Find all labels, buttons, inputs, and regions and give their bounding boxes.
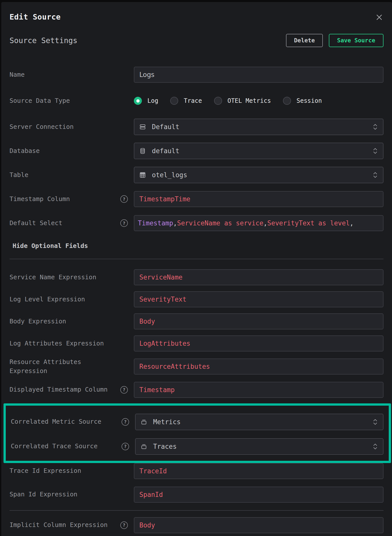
log-attributes-expression-input[interactable] xyxy=(134,335,383,351)
source-box-icon xyxy=(141,419,147,425)
radio-session-circle xyxy=(283,97,291,105)
service-name-expression-label: Service Name Expression xyxy=(10,273,96,282)
name-input[interactable] xyxy=(134,67,383,83)
radio-log-circle xyxy=(134,97,142,105)
section-divider xyxy=(10,259,383,259)
name-row: Name xyxy=(10,67,383,83)
span-id-expression-label: Span Id Expression xyxy=(10,490,77,499)
server-connection-select[interactable]: Default xyxy=(134,119,383,135)
modal-header: Edit Source xyxy=(10,13,383,22)
hide-optional-fields-toggle[interactable]: Hide Optional Fields xyxy=(13,242,383,249)
log-attributes-expression-row: Log Attributes Expression xyxy=(10,335,383,351)
save-source-button[interactable]: Save Source xyxy=(329,34,383,47)
database-label: Database xyxy=(10,146,40,155)
radio-otel-metrics-circle xyxy=(214,97,222,105)
table-select[interactable]: otel_logs xyxy=(134,167,383,183)
log-level-expression-label: Log Level Expression xyxy=(10,295,85,304)
log-level-expression-input[interactable] xyxy=(134,291,383,307)
correlated-metric-source-label: Correlated Metric Source xyxy=(11,417,101,426)
server-icon xyxy=(139,124,146,130)
trace-id-expression-input[interactable] xyxy=(134,463,383,479)
body-expression-input[interactable] xyxy=(134,313,383,329)
sql-token: Timestamp xyxy=(138,219,173,227)
table-value: otel_logs xyxy=(152,171,187,179)
edit-source-modal: Edit Source Source Settings Delete Save … xyxy=(1,2,392,536)
correlated-metric-source-row: Correlated Metric Source ? Metrics xyxy=(11,414,383,430)
name-label: Name xyxy=(10,70,25,79)
correlated-trace-source-label: Correlated Trace Source xyxy=(11,442,97,451)
radio-otel-metrics-label: OTEL Metrics xyxy=(228,97,271,104)
chevron-updown-icon xyxy=(372,418,378,426)
resource-attributes-expression-row: Resource Attributes Expression xyxy=(10,358,383,376)
correlated-metric-source-select[interactable]: Metrics xyxy=(135,414,383,430)
chevron-updown-icon xyxy=(372,123,378,131)
source-data-type-row: Source Data Type Log Trace OTEL Metrics … xyxy=(10,96,383,106)
table-label: Table xyxy=(10,170,28,180)
sql-token: , xyxy=(173,219,177,227)
trace-id-expression-row: Trace Id Expression xyxy=(10,463,383,479)
body-expression-row: Body Expression xyxy=(10,313,383,329)
help-icon[interactable]: ? xyxy=(120,521,128,529)
span-id-expression-row: Span Id Expression xyxy=(10,487,383,503)
settings-heading: Source Settings xyxy=(10,36,77,45)
timestamp-column-label: Timestamp Column xyxy=(10,195,70,204)
correlated-trace-source-row: Correlated Trace Source ? Traces xyxy=(11,438,383,455)
delete-button[interactable]: Delete xyxy=(286,34,323,47)
database-value: default xyxy=(152,147,179,155)
sql-token: , xyxy=(350,219,354,227)
log-level-expression-row: Log Level Expression xyxy=(10,291,383,307)
source-data-type-label: Source Data Type xyxy=(10,96,70,105)
server-connection-row: Server Connection Default xyxy=(10,119,383,135)
close-icon xyxy=(375,14,383,21)
close-button[interactable] xyxy=(375,13,383,22)
database-icon xyxy=(139,148,146,154)
section-divider xyxy=(10,510,383,511)
modal-title: Edit Source xyxy=(10,13,61,21)
correlated-sources-highlight: Correlated Metric Source ? Metrics xyxy=(4,403,391,463)
radio-log[interactable]: Log xyxy=(134,97,158,105)
default-select-input[interactable]: Timestamp, ServiceName as service, Sever… xyxy=(134,215,383,231)
table-grid-icon xyxy=(139,172,146,178)
implicit-column-expression-row: Implicit Column Expression ? xyxy=(10,517,383,533)
radio-otel-metrics[interactable]: OTEL Metrics xyxy=(214,97,271,105)
help-icon[interactable]: ? xyxy=(120,195,128,203)
chevron-updown-icon xyxy=(372,171,378,179)
trace-id-expression-label: Trace Id Expression xyxy=(10,466,81,475)
displayed-timestamp-column-input[interactable] xyxy=(134,382,383,398)
service-name-expression-row: Service Name Expression xyxy=(10,269,383,285)
displayed-timestamp-column-label: Displayed Timestamp Column xyxy=(10,385,108,394)
database-row: Database default xyxy=(10,143,383,159)
radio-log-label: Log xyxy=(147,97,158,104)
span-id-expression-input[interactable] xyxy=(134,487,383,503)
correlated-metric-source-value: Metrics xyxy=(153,418,181,426)
correlated-trace-source-select[interactable]: Traces xyxy=(135,438,383,455)
help-icon[interactable]: ? xyxy=(122,443,129,450)
source-data-type-group: Log Trace OTEL Metrics Session xyxy=(134,97,322,105)
implicit-column-expression-label: Implicit Column Expression xyxy=(10,520,108,529)
displayed-timestamp-column-row: Displayed Timestamp Column ? xyxy=(10,382,383,398)
radio-session[interactable]: Session xyxy=(283,97,322,105)
timestamp-column-row: Timestamp Column ? xyxy=(10,191,383,207)
help-icon[interactable]: ? xyxy=(120,386,128,394)
service-name-expression-input[interactable] xyxy=(134,269,383,285)
resource-attributes-expression-input[interactable] xyxy=(134,359,383,375)
radio-trace[interactable]: Trace xyxy=(170,97,202,105)
default-select-label: Default Select xyxy=(10,219,62,228)
help-icon[interactable]: ? xyxy=(122,418,129,426)
database-select[interactable]: default xyxy=(134,143,383,159)
default-select-row: Default Select ? Timestamp, ServiceName … xyxy=(10,215,383,231)
correlated-trace-source-value: Traces xyxy=(153,443,177,450)
radio-session-label: Session xyxy=(297,97,322,104)
header-actions: Delete Save Source xyxy=(286,34,383,47)
body-expression-label: Body Expression xyxy=(10,317,66,326)
sql-token: SeverityText as level xyxy=(267,219,350,227)
sql-token: , xyxy=(263,219,267,227)
timestamp-column-input[interactable] xyxy=(134,191,383,207)
sql-token: ServiceName as service xyxy=(177,219,263,227)
radio-trace-circle xyxy=(170,97,178,105)
table-row: Table otel_logs xyxy=(10,167,383,183)
help-icon[interactable]: ? xyxy=(120,219,128,227)
implicit-column-expression-input[interactable] xyxy=(134,517,383,533)
resource-attributes-expression-label: Resource Attributes Expression xyxy=(10,358,120,376)
source-box-icon xyxy=(141,443,147,450)
